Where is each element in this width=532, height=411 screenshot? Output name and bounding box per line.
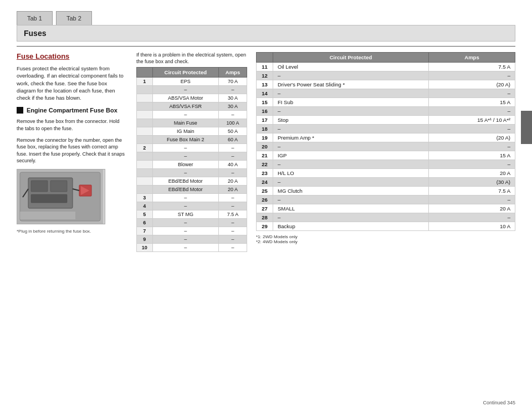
- amps-value: –: [218, 194, 247, 202]
- table-row: 20 – –: [257, 142, 515, 151]
- table-row: IG Main 50 A: [137, 127, 247, 136]
- table-row: EBd/EBd Motor 20 A: [137, 186, 247, 194]
- table-row: 1 EPS 70 A: [137, 78, 247, 86]
- header-divider: [17, 46, 515, 47]
- table-row: 28 – –: [257, 213, 515, 222]
- svg-rect-3: [31, 181, 48, 192]
- row-number: 13: [257, 80, 273, 89]
- circuit-protected: MG Clutch: [273, 187, 429, 196]
- middle-column: If there is a problem in the electrical …: [136, 52, 247, 398]
- engine-image: [17, 169, 105, 224]
- amps-value: –: [218, 144, 247, 152]
- row-number: 21: [257, 151, 273, 160]
- table-row: 13 Driver's Power Seat Sliding * (20 A): [257, 80, 515, 89]
- table-row: ABS/VSA Motor 30 A: [137, 94, 247, 102]
- section-title: Fuses: [24, 29, 46, 38]
- amps-value: –: [429, 125, 515, 133]
- fuse-locations-title: Fuse Locations: [17, 52, 127, 60]
- row-number: 24: [257, 178, 273, 187]
- row-number: 15: [257, 98, 273, 107]
- left-column: Fuse Locations Fuses protect the electri…: [17, 52, 127, 398]
- amps-value: –: [218, 169, 247, 177]
- tab-1-label: Tab 1: [27, 15, 42, 22]
- row-number: 14: [257, 89, 273, 98]
- tab-2[interactable]: Tab 2: [56, 11, 92, 25]
- right-table-header-circuit: Circuit Protected: [273, 53, 429, 63]
- amps-value: 10 A: [429, 222, 515, 231]
- circuit-protected: FI Sub: [273, 98, 429, 107]
- circuit-protected: ABS/VSA Motor: [152, 94, 218, 102]
- row-number: 19: [257, 133, 273, 142]
- circuit-protected: –: [152, 111, 218, 119]
- row-number: 7: [137, 227, 153, 235]
- amps-value: –: [218, 219, 247, 227]
- table-row: EBd/EBd Motor 20 A: [137, 177, 247, 186]
- table-row: 24 – (30 A): [257, 178, 515, 187]
- table-row: 22 – –: [257, 160, 515, 169]
- circuit-protected: IG Main: [152, 127, 218, 136]
- amps-value: –: [429, 196, 515, 204]
- row-number: 4: [137, 202, 153, 210]
- table-row: 4 – –: [137, 202, 247, 210]
- table-row: ABS/VSA FSR 30 A: [137, 102, 247, 111]
- circuit-protected: –: [152, 235, 218, 244]
- table-row: 15 FI Sub 15 A: [257, 98, 515, 107]
- circuit-protected: –: [273, 178, 429, 187]
- engine-compartment-box: Engine Compartment Fuse Box: [17, 107, 127, 114]
- circuit-protected: Blower: [152, 161, 218, 169]
- table-row: 3 – –: [137, 194, 247, 202]
- left-table-header-num: [137, 68, 153, 78]
- amps-value: (20 A): [429, 133, 515, 142]
- circuit-protected: Premium Amp *: [273, 133, 429, 142]
- row-number: 9: [137, 235, 153, 244]
- row-number: [137, 169, 153, 177]
- engine-desc-1: Remove the fuse box from the connector. …: [17, 118, 127, 132]
- table-row: 16 – –: [257, 107, 515, 116]
- circuit-protected: –: [273, 107, 429, 116]
- row-number: 18: [257, 125, 273, 133]
- row-number: 12: [257, 71, 273, 80]
- circuit-protected: Driver's Power Seat Sliding *: [273, 80, 429, 89]
- tab-2-label: Tab 2: [66, 15, 81, 22]
- table-row: 29 Backup 10 A: [257, 222, 515, 231]
- table-row: 12 – –: [257, 71, 515, 80]
- amps-value: 50 A: [218, 127, 247, 136]
- circuit-protected: –: [273, 160, 429, 169]
- table-row: 5 ST MG 7.5 A: [137, 210, 247, 219]
- amps-value: –: [429, 107, 515, 116]
- circuit-protected: SMALL: [273, 204, 429, 213]
- row-number: 1: [137, 78, 153, 86]
- circuit-protected: EBd/EBd Motor: [152, 186, 218, 194]
- row-number: [137, 119, 153, 127]
- amps-value: 20 A: [218, 177, 247, 186]
- amps-value: (30 A): [429, 178, 515, 187]
- right-table-header-num: [257, 53, 273, 63]
- row-number: [137, 152, 153, 161]
- row-number: [137, 111, 153, 119]
- left-table-header-amps: Amps: [218, 68, 247, 78]
- tab-1[interactable]: Tab 1: [17, 11, 53, 25]
- table-row: 11 Oil Level 7.5 A: [257, 63, 515, 71]
- circuit-protected: –: [152, 144, 218, 152]
- row-number: 16: [257, 107, 273, 116]
- row-number: 22: [257, 160, 273, 169]
- table-row: 6 – –: [137, 219, 247, 227]
- amps-value: 15 A: [429, 151, 515, 160]
- row-number: [137, 94, 153, 102]
- table-row: 9 – –: [137, 235, 247, 244]
- amps-value: –: [218, 227, 247, 235]
- circuit-protected: IGP: [273, 151, 429, 160]
- section-icon: [17, 107, 23, 114]
- right-table-header-amps: Amps: [429, 53, 515, 63]
- table-row: 27 SMALL 20 A: [257, 204, 515, 213]
- footnote-left: *Plug in before returning the fuse box.: [17, 229, 127, 234]
- amps-value: –: [429, 213, 515, 222]
- amps-value: –: [429, 142, 515, 151]
- row-number: 5: [137, 210, 153, 219]
- amps-value: 40 A: [218, 161, 247, 169]
- circuit-protected: –: [152, 227, 218, 235]
- circuit-protected: H/L LO: [273, 169, 429, 178]
- engine-compartment-title: Engine Compartment Fuse Box: [27, 107, 117, 114]
- amps-value: –: [218, 244, 247, 252]
- footnote-right-1: *1: 2WD Models only *2: 4WD Models only: [256, 234, 515, 244]
